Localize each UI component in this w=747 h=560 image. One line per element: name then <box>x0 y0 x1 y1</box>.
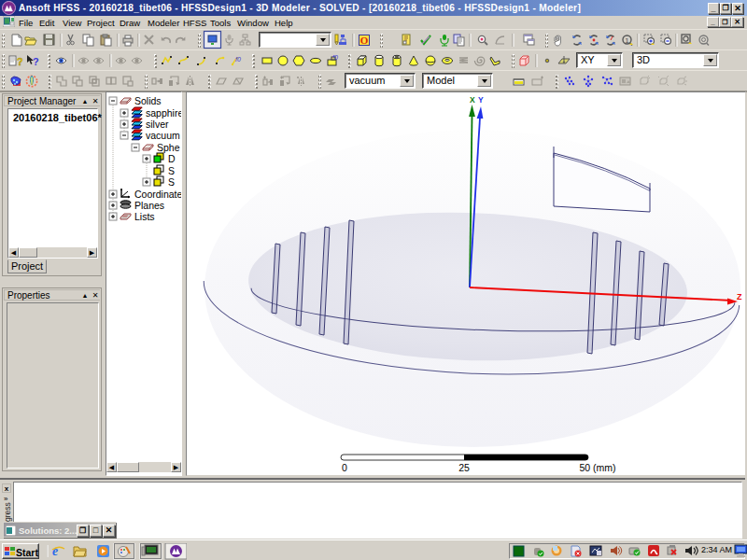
svg-text:S: S <box>168 165 175 176</box>
svg-text:?: ? <box>33 56 39 67</box>
svg-text:vacuum: vacuum <box>146 130 180 141</box>
svg-text:0: 0 <box>342 462 347 473</box>
svg-text:50 (mm): 50 (mm) <box>579 462 615 473</box>
svg-text:Coordinate S: Coordinate S <box>134 189 181 200</box>
svg-text:gress: gress <box>3 502 12 522</box>
svg-text:f0: f0 <box>332 54 338 61</box>
svg-text:Z: Z <box>737 292 742 301</box>
svg-text:?: ? <box>17 56 23 67</box>
svg-text:e: e <box>52 544 58 558</box>
svg-text:D: D <box>168 153 176 164</box>
svg-text:Lists: Lists <box>134 211 155 222</box>
svg-text:25: 25 <box>458 462 470 473</box>
svg-text:O: O <box>360 35 369 46</box>
svg-text:silver: silver <box>146 119 169 130</box>
svg-text:Y: Y <box>478 95 484 105</box>
svg-text:S: S <box>168 176 175 188</box>
svg-text:sapphire: sapphire <box>146 107 181 119</box>
svg-text:f0: f0 <box>235 56 241 63</box>
svg-text:1: 1 <box>625 36 629 45</box>
svg-text:Sphe: Sphe <box>157 142 180 153</box>
svg-text:Planes: Planes <box>134 200 164 211</box>
svg-text:Solids: Solids <box>134 95 162 106</box>
svg-text:X: X <box>470 95 475 105</box>
